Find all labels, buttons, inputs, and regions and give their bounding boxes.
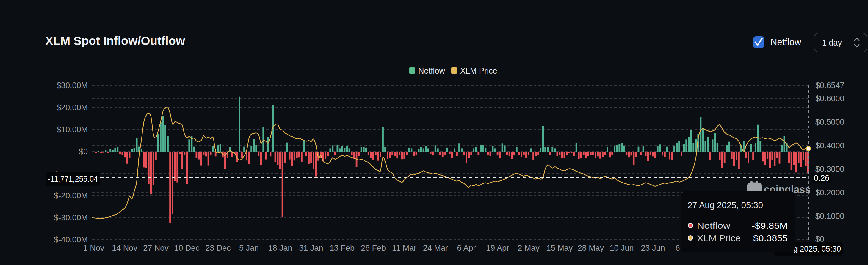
svg-text:$-20.00M: $-20.00M bbox=[54, 191, 88, 200]
svg-text:$20.00M: $20.00M bbox=[57, 103, 88, 112]
svg-text:23 Dec: 23 Dec bbox=[205, 243, 231, 253]
svg-text:$-30.00M: $-30.00M bbox=[54, 213, 88, 222]
svg-text:15 May: 15 May bbox=[547, 243, 573, 253]
svg-text:$0.5000: $0.5000 bbox=[815, 118, 844, 126]
svg-text:13 Feb: 13 Feb bbox=[330, 243, 354, 253]
svg-text:-$9.85M: -$9.85M bbox=[752, 220, 788, 231]
svg-text:5 Jan: 5 Jan bbox=[239, 243, 259, 253]
svg-text:24 Mar: 24 Mar bbox=[423, 243, 448, 253]
svg-text:$0.6547: $0.6547 bbox=[815, 81, 844, 90]
svg-text:XLM Price: XLM Price bbox=[697, 233, 741, 243]
svg-text:g 2025, 05:30: g 2025, 05:30 bbox=[793, 244, 841, 254]
svg-text:1 Nov: 1 Nov bbox=[83, 243, 104, 253]
svg-text:1 day: 1 day bbox=[822, 37, 842, 47]
svg-text:$0.3855: $0.3855 bbox=[753, 233, 788, 243]
svg-text:27 Aug 2025, 05:30: 27 Aug 2025, 05:30 bbox=[687, 200, 763, 210]
svg-text:$-40.00M: $-40.00M bbox=[54, 235, 88, 244]
svg-text:19 Apr: 19 Apr bbox=[486, 243, 509, 253]
svg-text:14 Nov: 14 Nov bbox=[112, 243, 137, 253]
svg-text:27 Nov: 27 Nov bbox=[143, 243, 169, 253]
svg-text:18 Jan: 18 Jan bbox=[268, 243, 292, 253]
svg-text:$30.00M: $30.00M bbox=[57, 81, 88, 90]
svg-text:26 Feb: 26 Feb bbox=[361, 243, 386, 253]
svg-text:$0.2000: $0.2000 bbox=[815, 188, 844, 197]
svg-text:$0.4000: $0.4000 bbox=[815, 141, 844, 150]
svg-text:XLM Spot Inflow/Outflow: XLM Spot Inflow/Outflow bbox=[45, 34, 185, 48]
svg-text:$0.6000: $0.6000 bbox=[815, 94, 844, 103]
svg-text:31 Jan: 31 Jan bbox=[299, 243, 323, 253]
svg-text:$10.00M: $10.00M bbox=[57, 125, 88, 134]
svg-text:Netflow: Netflow bbox=[770, 37, 801, 47]
svg-text:$0.1000: $0.1000 bbox=[815, 212, 844, 220]
svg-text:$0: $0 bbox=[79, 147, 88, 156]
svg-text:0.26: 0.26 bbox=[814, 174, 830, 182]
svg-text:11 Mar: 11 Mar bbox=[392, 243, 416, 253]
svg-text:6 Apr: 6 Apr bbox=[457, 243, 476, 253]
svg-text:Netflow: Netflow bbox=[418, 66, 445, 75]
svg-text:23 Jun: 23 Jun bbox=[641, 243, 665, 253]
svg-text:XLM Price: XLM Price bbox=[460, 66, 497, 75]
svg-text:10 Jun: 10 Jun bbox=[610, 243, 633, 253]
svg-text:2 May: 2 May bbox=[518, 243, 539, 253]
svg-text:10 Dec: 10 Dec bbox=[174, 243, 199, 253]
svg-text:$0.3000: $0.3000 bbox=[815, 165, 844, 174]
svg-text:Netflow: Netflow bbox=[697, 220, 730, 231]
svg-text:-11,771,255.04: -11,771,255.04 bbox=[48, 174, 98, 183]
svg-text:28 May: 28 May bbox=[578, 243, 604, 253]
